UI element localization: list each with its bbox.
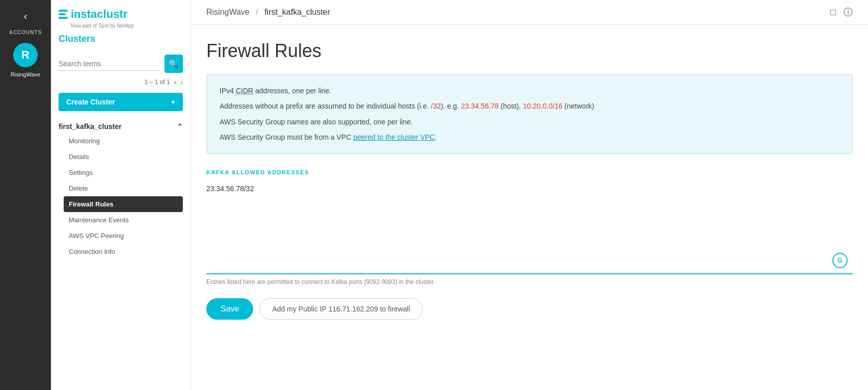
info-text-ipv4: IPv4 (220, 87, 236, 95)
search-area: 🔍 (51, 49, 191, 78)
sidebar-item-aws-vpc-peering[interactable]: AWS VPC Peering (64, 228, 183, 244)
info-example1-prefix: ). e.g. (441, 102, 461, 110)
breadcrumb-cluster: first_kafka_cluster (264, 8, 330, 16)
sidebar-clusters: instaclustr Now part of Spot by NetApp C… (51, 0, 191, 390)
create-cluster-label: Create Cluster (66, 98, 115, 106)
cluster-item[interactable]: first_kafka_cluster ⌃ Monitoring Details… (51, 116, 191, 266)
kafka-help-text: Entries listed here are permitted to con… (206, 278, 853, 285)
kafka-section: KAFKA ALLOWED ADDRESSES 23.34.56.78/32 G… (206, 169, 853, 285)
main-content: RisingWave / first_kafka_cluster □ ⓘ Fir… (191, 0, 868, 390)
info-example2-suffix: (network) (562, 102, 594, 110)
pagination-text: 1 – 1 of 1 (145, 79, 170, 86)
next-page-button[interactable]: › (180, 78, 183, 86)
kafka-textarea-container: 23.34.56.78/32 G (206, 179, 853, 274)
kafka-label: KAFKA ALLOWED ADDRESSES (206, 169, 853, 175)
sidebar-header: instaclustr Now part of Spot by NetApp C… (51, 0, 191, 49)
search-input[interactable] (59, 57, 160, 71)
create-cluster-button[interactable]: Create Cluster + (59, 93, 183, 111)
cluster-sub-items: Monitoring Details Settings Delete Firew… (64, 133, 183, 259)
breadcrumb-app: RisingWave (206, 8, 250, 16)
info-text-rest: addresses, one per line. (253, 87, 331, 95)
top-bar: RisingWave / first_kafka_cluster □ ⓘ (191, 0, 868, 25)
cluster-list: first_kafka_cluster ⌃ Monitoring Details… (51, 116, 191, 390)
info-line4-link[interactable]: peered to the cluster VPC (353, 133, 435, 141)
info-line-1: IPv4 CIDR addresses, one per line. (220, 85, 839, 96)
avatar-name: RisingWave (11, 71, 40, 77)
avatar[interactable]: R (13, 43, 38, 67)
logo-subtext: Now part of Spot by NetApp (71, 23, 183, 29)
logo-bar-1 (59, 10, 68, 12)
search-button[interactable]: 🔍 (165, 55, 183, 73)
logo-text: instaclustr (71, 8, 127, 21)
actions-row: Save Add my Public IP 116.71.162.209 to … (206, 298, 853, 320)
prev-page-button[interactable]: ‹ (174, 78, 177, 86)
kafka-allowed-addresses-input[interactable]: 23.34.56.78/32 (206, 179, 853, 271)
sidebar-item-details[interactable]: Details (64, 149, 183, 165)
breadcrumb: RisingWave / first_kafka_cluster (206, 8, 330, 17)
info-example1: 23.34.56.78 (461, 102, 499, 110)
top-bar-icons: □ ⓘ (830, 6, 853, 18)
accounts-label: ACCOUNTS (9, 30, 42, 35)
sidebar-item-maintenance-events[interactable]: Maintenance Events (64, 212, 183, 228)
pagination: 1 – 1 of 1 ‹ › (51, 78, 191, 90)
info-box: IPv4 CIDR addresses, one per line. Addre… (206, 74, 853, 154)
back-button[interactable]: ‹ (19, 5, 33, 27)
grammarly-icon: G (832, 253, 848, 268)
page-title: Firewall Rules (206, 40, 853, 62)
cluster-item-header[interactable]: first_kafka_cluster ⌃ (59, 122, 183, 131)
info-line4-suffix: . (435, 133, 437, 141)
breadcrumb-separator: / (256, 8, 258, 16)
create-cluster-icon: + (171, 98, 175, 106)
info-cidr: CIDR (236, 87, 253, 95)
info-example2: 10.20.0.0/16 (523, 102, 562, 110)
sidebar-item-monitoring[interactable]: Monitoring (64, 133, 183, 149)
info-line-4: AWS Security Group must be from a VPC pe… (220, 132, 839, 143)
save-button[interactable]: Save (206, 298, 253, 320)
logo-area: instaclustr (59, 8, 183, 21)
info-line-3-text: AWS Security Group names are also suppor… (220, 116, 839, 127)
content-area: Firewall Rules IPv4 CIDR addresses, one … (191, 25, 868, 390)
logo-prefix: insta (71, 8, 97, 20)
info-line4-prefix: AWS Security Group must be from a VPC (220, 133, 353, 141)
info-example1-suffix: (host), (499, 102, 523, 110)
logo-bar-3 (59, 17, 68, 19)
add-public-ip-button[interactable]: Add my Public IP 116.71.162.209 to firew… (259, 298, 423, 320)
logo-suffix: clustr (97, 8, 127, 20)
cluster-item-name: first_kafka_cluster (59, 122, 122, 131)
cluster-collapse-icon: ⌃ (177, 122, 183, 131)
sidebar-item-connection-info[interactable]: Connection Info (64, 244, 183, 259)
info-prefix: Addresses without a prefix are assumed t… (220, 102, 431, 110)
sidebar-item-settings[interactable]: Settings (64, 165, 183, 180)
avatar-letter: R (21, 48, 30, 62)
info-line-2: Addresses without a prefix are assumed t… (220, 100, 839, 112)
clusters-title: Clusters (59, 34, 183, 44)
window-icon[interactable]: □ (830, 7, 836, 18)
sidebar-item-firewall-rules[interactable]: Firewall Rules (64, 196, 183, 212)
help-icon[interactable]: ⓘ (844, 6, 853, 18)
logo-bar-2 (59, 13, 66, 15)
logo-bars (59, 10, 68, 19)
sidebar-item-delete[interactable]: Delete (64, 180, 183, 196)
info-prefix-code: /32 (431, 102, 441, 110)
sidebar-dark: ‹ ACCOUNTS R RisingWave (0, 0, 51, 390)
